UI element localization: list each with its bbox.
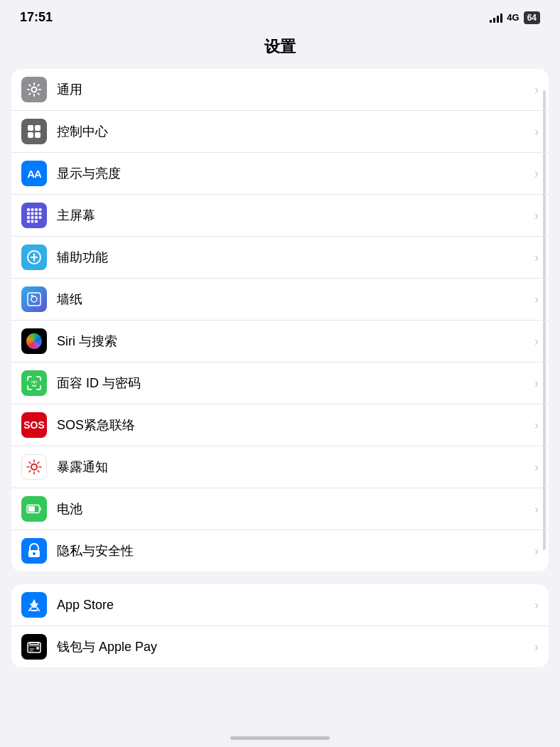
accessibility-chevron: ›: [534, 250, 539, 265]
display-icon: AA: [21, 161, 47, 186]
display-aa-text: AA: [27, 168, 41, 180]
status-bar: 17:51 4G 64: [0, 0, 560, 31]
sos-label: SOS紧急联络: [57, 417, 532, 434]
homescreen-icon: [21, 203, 47, 228]
exposure-icon: [21, 454, 47, 480]
svg-rect-48: [36, 647, 39, 650]
svg-point-25: [31, 296, 37, 302]
battery-label: 电池: [57, 500, 532, 517]
svg-rect-24: [28, 293, 41, 306]
display-chevron: ›: [534, 166, 539, 181]
battery-icon: [21, 496, 47, 522]
svg-line-37: [29, 471, 31, 472]
settings-row-privacy[interactable]: 隐私与安全性 ›: [11, 530, 549, 571]
svg-rect-8: [39, 208, 42, 211]
svg-rect-15: [35, 216, 38, 219]
battery-svg-icon: [26, 504, 42, 514]
svg-point-26: [31, 295, 33, 297]
settings-scroll: 通用 › 控制中心 › AA 显示与亮度 ›: [0, 69, 560, 667]
svg-rect-17: [27, 220, 30, 223]
signal-bars-icon: [490, 13, 502, 23]
appstore-chevron: ›: [534, 598, 539, 613]
battery-status: 64: [524, 11, 540, 24]
control-svg-icon: [26, 124, 42, 139]
svg-line-35: [38, 471, 39, 472]
settings-row-wallet[interactable]: 钱包与 Apple Pay ›: [11, 626, 549, 667]
wallpaper-icon: [21, 286, 47, 312]
svg-rect-3: [28, 132, 33, 138]
svg-rect-5: [27, 208, 30, 211]
general-icon: [21, 77, 47, 102]
svg-rect-4: [35, 132, 41, 138]
siri-orb: [26, 333, 42, 349]
siri-icon: [21, 328, 47, 354]
appstore-icon: [21, 592, 47, 618]
exposure-svg-icon: [26, 459, 42, 475]
svg-point-29: [31, 464, 37, 470]
svg-rect-39: [39, 507, 41, 511]
svg-rect-1: [28, 125, 33, 131]
svg-rect-12: [39, 213, 42, 215]
siri-chevron: ›: [534, 334, 539, 349]
general-label: 通用: [57, 81, 532, 98]
settings-row-sos[interactable]: SOS SOS紧急联络 ›: [11, 404, 549, 446]
settings-row-general[interactable]: 通用 ›: [11, 69, 549, 111]
settings-group-apps: App Store › 钱包与 Apple Pay ›: [11, 584, 549, 667]
home-indicator: [230, 736, 330, 740]
svg-rect-7: [35, 208, 38, 211]
status-icons: 4G 64: [490, 11, 540, 24]
settings-row-control[interactable]: 控制中心 ›: [11, 111, 549, 153]
status-time: 17:51: [20, 10, 53, 25]
settings-row-faceid[interactable]: 面容 ID 与密码 ›: [11, 362, 549, 404]
svg-point-42: [33, 552, 36, 555]
general-chevron: ›: [534, 82, 539, 97]
settings-row-appstore[interactable]: App Store ›: [11, 584, 549, 626]
svg-rect-11: [35, 213, 38, 215]
svg-point-28: [36, 382, 37, 383]
battery-level: 64: [527, 13, 537, 23]
settings-row-exposure[interactable]: 暴露通知 ›: [11, 446, 549, 488]
privacy-chevron: ›: [534, 544, 539, 559]
settings-row-wallpaper[interactable]: 墙纸 ›: [11, 279, 549, 321]
svg-rect-2: [35, 125, 41, 131]
settings-row-homescreen[interactable]: 主屏幕 ›: [11, 195, 549, 237]
settings-row-battery[interactable]: 电池 ›: [11, 488, 549, 530]
faceid-label: 面容 ID 与密码: [57, 375, 532, 392]
faceid-chevron: ›: [534, 376, 539, 391]
homescreen-label: 主屏幕: [57, 207, 532, 224]
faceid-svg-icon: [26, 375, 42, 391]
wallet-chevron: ›: [534, 640, 539, 655]
accessibility-svg-icon: [26, 249, 42, 265]
wallpaper-svg-icon: [26, 291, 42, 307]
faceid-icon: [21, 370, 47, 396]
privacy-label: 隐私与安全性: [57, 542, 532, 559]
settings-row-display[interactable]: AA 显示与亮度 ›: [11, 153, 549, 195]
settings-row-siri[interactable]: Siri 与搜索 ›: [11, 321, 549, 362]
signal-bar-3: [497, 16, 499, 23]
homescreen-chevron: ›: [534, 208, 539, 223]
svg-rect-47: [30, 643, 38, 645]
control-chevron: ›: [534, 124, 539, 139]
privacy-svg-icon: [26, 543, 42, 559]
sos-text: SOS: [23, 419, 45, 431]
battery-chevron: ›: [534, 502, 539, 517]
sos-chevron: ›: [534, 418, 539, 433]
wallpaper-label: 墙纸: [57, 291, 532, 308]
svg-rect-10: [31, 213, 34, 215]
settings-group-general: 通用 › 控制中心 › AA 显示与亮度 ›: [11, 69, 549, 571]
wallet-svg-icon: [26, 639, 42, 655]
svg-rect-14: [31, 216, 34, 219]
network-label: 4G: [507, 12, 519, 23]
homescreen-svg-icon: [26, 208, 42, 223]
wallet-label: 钱包与 Apple Pay: [57, 638, 532, 655]
appstore-svg-icon: [26, 597, 42, 613]
svg-point-0: [32, 87, 37, 92]
signal-bar-2: [493, 18, 495, 23]
svg-point-27: [31, 382, 33, 383]
svg-rect-18: [31, 220, 34, 223]
settings-row-accessibility[interactable]: 辅助功能 ›: [11, 237, 549, 279]
wallet-icon: [21, 634, 47, 660]
exposure-label: 暴露通知: [57, 458, 532, 475]
svg-line-34: [29, 462, 31, 463]
svg-rect-40: [28, 506, 35, 511]
